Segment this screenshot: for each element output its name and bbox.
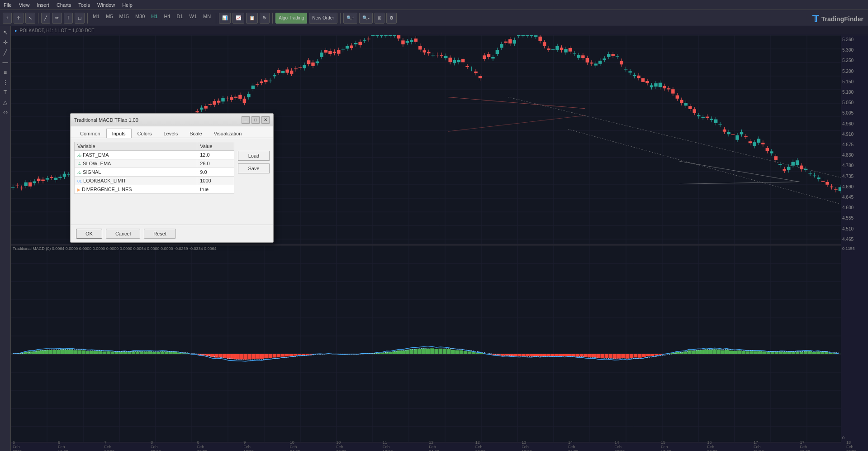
cancel-button[interactable]: Cancel — [106, 229, 140, 239]
divergence-value[interactable]: true — [197, 185, 234, 194]
crosshair-tool[interactable]: ✛ — [1, 38, 10, 47]
col-variable: Variable — [75, 142, 197, 151]
separator-2 — [87, 13, 88, 24]
cursor-button[interactable]: ↖ — [25, 13, 35, 24]
menu-tools[interactable]: Tools — [78, 2, 90, 8]
fast-ema-icon: ⅄ₓ — [77, 153, 81, 158]
text-button[interactable]: T — [64, 13, 73, 24]
crosshair-button[interactable]: ✛ — [14, 13, 24, 24]
text-tool[interactable]: T — [1, 88, 10, 97]
tf-m15[interactable]: M15 — [117, 13, 131, 24]
dialog-minimize-button[interactable]: _ — [242, 116, 250, 124]
col-value: Value — [197, 142, 234, 151]
menu-file[interactable]: File — [4, 2, 12, 8]
macd-panel: Traditional MACD (0) 0.0064 0.0000 0.000… — [11, 245, 841, 442]
tf-mn[interactable]: MN — [201, 13, 213, 24]
time-axis: 6 Feb 2025 6 Feb 16:00 7 Feb 08:00 8 Feb… — [11, 442, 841, 451]
dialog-tabs: Common Inputs Colors Levels Scale Visual… — [71, 126, 273, 138]
load-button[interactable]: Load — [238, 151, 270, 161]
menu-view[interactable]: View — [19, 2, 30, 8]
param-row-lookback: 01 LOOKBACK_LIMIT 1000 — [75, 177, 234, 185]
param-row-signal: ⅄ₓ SIGNAL 9.0 — [75, 168, 234, 177]
menu-window[interactable]: Window — [97, 2, 115, 8]
fast-ema-value[interactable]: 12.0 — [197, 151, 234, 159]
signal-label: SIGNAL — [83, 169, 101, 175]
tab-levels[interactable]: Levels — [157, 129, 184, 138]
slow-ema-label: SLOW_EMA — [83, 161, 111, 166]
slow-ema-value[interactable]: 26.0 — [197, 159, 234, 168]
save-button[interactable]: Save — [238, 163, 270, 173]
dialog-titlebar: Traditional MACD TFlab 1.00 _ □ ✕ — [71, 114, 273, 126]
algo-trading-button[interactable]: Algo Trading — [275, 13, 307, 24]
line-button[interactable]: ╱ — [41, 13, 50, 24]
slow-ema-icon: ⅄ₓ — [77, 162, 81, 166]
divergence-label: DIVERGENCE_LINES — [82, 187, 132, 192]
chart-type-button[interactable]: 📊 — [219, 13, 231, 24]
hline-tool[interactable]: — — [1, 58, 10, 67]
side-toolbar: ↖ ✛ ╱ — ≡ ⋮ T △ ⇔ — [0, 26, 11, 451]
arrow-tool[interactable]: ↖ — [1, 28, 10, 37]
new-chart-button[interactable]: + — [3, 13, 12, 24]
tab-visualization[interactable]: Visualization — [208, 129, 248, 138]
shapes-button[interactable]: ◻ — [75, 13, 85, 24]
refresh-button[interactable]: ↻ — [260, 13, 270, 24]
tf-w1[interactable]: W1 — [187, 13, 199, 24]
macd-scale: 0.1156 0 — [841, 245, 868, 442]
dialog-maximize-button[interactable]: □ — [251, 116, 260, 124]
dialog-title: Traditional MACD TFlab 1.00 — [74, 117, 138, 123]
param-row-divergence: ▶ DIVERGENCE_LINES true — [75, 185, 234, 194]
lookback-value[interactable]: 1000 — [197, 177, 234, 185]
dialog-controls: _ □ ✕ — [242, 116, 270, 124]
tf-h4[interactable]: H4 — [161, 13, 172, 24]
tab-scale[interactable]: Scale — [184, 129, 208, 138]
tf-d1[interactable]: D1 — [174, 13, 185, 24]
macd-chart-canvas — [11, 245, 841, 442]
fib-tool[interactable]: ⋮ — [1, 78, 10, 87]
tab-colors[interactable]: Colors — [132, 129, 158, 138]
new-order-button[interactable]: New Order — [309, 13, 337, 24]
menu-bar: File View Insert Charts Tools Window Hel… — [0, 0, 868, 10]
ok-button[interactable]: OK — [76, 229, 102, 239]
channel-tool[interactable]: ≡ — [1, 68, 10, 77]
separator-4 — [272, 13, 273, 24]
params-table: Variable Value ⅄ₓ FAST_EMA 12.0 ⅄ — [74, 142, 234, 194]
separator-1 — [38, 13, 38, 24]
menu-insert[interactable]: Insert — [37, 2, 49, 8]
price-scale: 5.360 5.300 5.250 5.200 5.150 5.100 5.05… — [841, 35, 868, 244]
separator-3 — [216, 13, 216, 24]
grid-button[interactable]: ⊞ — [375, 13, 384, 24]
tab-inputs[interactable]: Inputs — [106, 129, 132, 138]
divergence-icon: ▶ — [77, 187, 81, 192]
measure-tool[interactable]: ⇔ — [1, 108, 10, 117]
shapes-tool[interactable]: △ — [1, 98, 10, 107]
toolbar: + ✛ ↖ ╱ ✏ T ◻ M1 M5 M15 M30 H1 H4 D1 W1 … — [0, 10, 868, 26]
dialog-close-button[interactable]: ✕ — [261, 116, 270, 124]
signal-value[interactable]: 9.0 — [197, 168, 234, 177]
indicators-button[interactable]: 📈 — [232, 13, 244, 24]
trading-finder-logo: 𝕋 TradingFinder — [812, 14, 863, 24]
lookback-icon: 01 — [77, 179, 82, 183]
symbol-bar: ● POLKADOT, H1: 1 LOT = 1,000 DOT — [11, 26, 868, 35]
settings-button[interactable]: ⚙ — [386, 13, 397, 24]
fast-ema-label: FAST_EMA — [83, 152, 109, 158]
tf-m1[interactable]: M1 — [90, 13, 102, 24]
zoom-out-button[interactable]: 🔍- — [359, 13, 372, 24]
signal-icon: ⅄ₓ — [77, 170, 81, 175]
tf-m30[interactable]: M30 — [133, 13, 147, 24]
reset-button[interactable]: Reset — [144, 229, 176, 239]
symbol-text: POLKADOT, H1: 1 LOT = 1,000 DOT — [19, 28, 94, 33]
indicator-dialog: Traditional MACD TFlab 1.00 _ □ ✕ Common… — [70, 113, 274, 243]
param-row-fast-ema: ⅄ₓ FAST_EMA 12.0 — [75, 151, 234, 159]
dialog-footer: OK Cancel Reset — [71, 225, 273, 242]
macd-label: Traditional MACD (0) 0.0064 0.0000 0.000… — [13, 246, 217, 251]
line-tool[interactable]: ╱ — [1, 48, 10, 57]
zoom-in-button[interactable]: 🔍+ — [343, 13, 358, 24]
tab-common[interactable]: Common — [74, 129, 106, 138]
tf-h1[interactable]: H1 — [149, 13, 160, 24]
menu-help[interactable]: Help — [122, 2, 133, 8]
tf-m5[interactable]: M5 — [104, 13, 115, 24]
templates-button[interactable]: 📋 — [246, 13, 258, 24]
pen-button[interactable]: ✏ — [52, 13, 62, 24]
param-row-slow-ema: ⅄ₓ SLOW_EMA 26.0 — [75, 159, 234, 168]
menu-charts[interactable]: Charts — [57, 2, 71, 8]
